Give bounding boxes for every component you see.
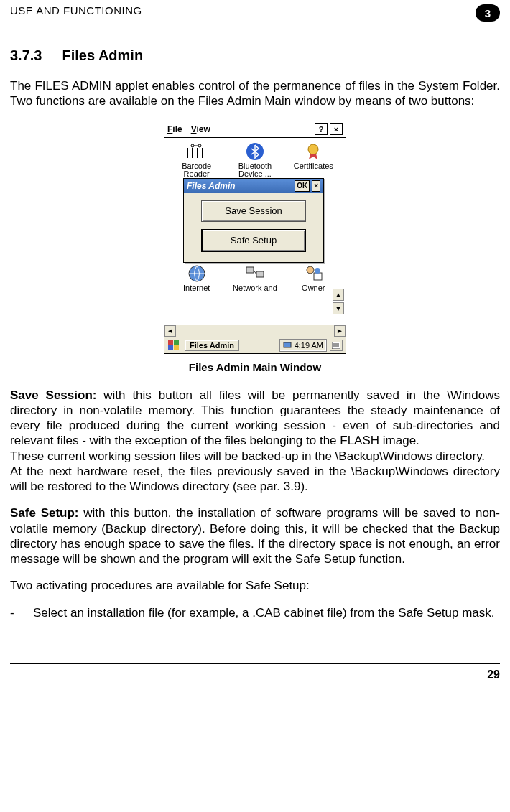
cp-bluetooth[interactable]: Bluetooth Device ... — [230, 141, 280, 179]
svg-rect-6 — [202, 148, 203, 158]
dialog-title-text: Files Admin — [187, 181, 236, 191]
tray-icon — [283, 340, 292, 350]
svg-point-20 — [315, 268, 320, 274]
icon-row-1: Barcode Reader Bluetooth Device ... Cert… — [167, 141, 343, 179]
save-session-paragraph: Save Session: with this button all files… — [10, 388, 500, 449]
save-session-text2: These current working session files will… — [10, 449, 500, 464]
svg-rect-22 — [174, 340, 179, 345]
section-number-badge: 3 — [476, 4, 500, 22]
help-button[interactable]: ? — [315, 123, 328, 135]
safe-setup-button[interactable]: Safe Setup — [201, 229, 306, 252]
scroll-down-icon[interactable]: ▼ — [333, 302, 344, 314]
svg-line-17 — [254, 270, 256, 274]
list-dash: - — [10, 605, 33, 620]
owner-icon — [302, 263, 325, 284]
svg-point-8 — [198, 144, 201, 147]
svg-rect-5 — [200, 148, 200, 158]
horizontal-scrollbar[interactable]: ◄ ► — [164, 325, 346, 337]
cp-network[interactable]: Network and — [230, 263, 280, 293]
start-button[interactable] — [167, 340, 180, 351]
clock-text: 4:19 AM — [295, 341, 323, 350]
safe-setup-label: Safe Setup: — [10, 506, 79, 520]
taskbar-task[interactable]: Files Admin — [185, 340, 239, 351]
icon-row-4: Internet Network and Owner — [167, 263, 343, 293]
svg-rect-23 — [168, 345, 173, 350]
page-header: USE AND FUNCTIONING 3 — [10, 0, 500, 22]
page-number: 29 — [10, 664, 500, 689]
list-text: Select an installation file (for example… — [33, 605, 495, 620]
menu-view[interactable]: View — [191, 124, 210, 134]
network-icon — [244, 263, 266, 284]
files-admin-dialog: Files Admin OK × Save Session Safe Setup — [183, 178, 324, 263]
svg-point-7 — [191, 144, 194, 147]
figure-caption: Files Admin Main Window — [10, 361, 500, 373]
cp-label: Barcode Reader — [172, 162, 222, 179]
cp-label: Certificates — [294, 162, 333, 171]
svg-rect-1 — [190, 148, 190, 158]
cp-internet[interactable]: Internet — [172, 263, 222, 293]
running-title: USE AND FUNCTIONING — [10, 4, 142, 17]
document-page: USE AND FUNCTIONING 3 3.7.3Files Admin T… — [0, 0, 510, 689]
dialog-ok-button[interactable]: OK — [295, 180, 310, 192]
vertical-scrollbar[interactable]: ▲ ▼ — [333, 289, 344, 316]
svg-rect-3 — [195, 148, 195, 158]
taskbar: Files Admin 4:19 AM — [164, 337, 346, 353]
section-number: 3.7.3 — [10, 47, 42, 63]
svg-rect-24 — [174, 345, 179, 350]
globe-icon — [185, 263, 208, 284]
svg-rect-19 — [314, 273, 322, 280]
menu-file[interactable]: File — [167, 124, 182, 134]
safe-setup-paragraph: Safe Setup: with this button, the instal… — [10, 505, 500, 566]
procedures-intro: Two activating procedures are available … — [10, 578, 500, 593]
sip-button[interactable] — [330, 340, 343, 351]
menubar: File View ? × — [164, 121, 346, 138]
system-tray[interactable]: 4:19 AM — [279, 339, 327, 352]
scroll-left-icon[interactable]: ◄ — [164, 325, 176, 337]
dialog-body: Save Session Safe Setup — [184, 193, 323, 262]
svg-rect-2 — [192, 148, 193, 158]
barcode-icon — [185, 141, 208, 162]
cp-owner[interactable]: Owner — [288, 263, 338, 293]
list-item-1: - Select an installation file (for examp… — [10, 605, 500, 620]
certificate-icon — [302, 141, 325, 162]
svg-rect-16 — [256, 271, 264, 277]
scroll-right-icon[interactable]: ► — [334, 325, 346, 337]
cp-label: Internet — [183, 284, 210, 293]
svg-rect-4 — [197, 148, 198, 158]
cp-barcode-reader[interactable]: Barcode Reader — [172, 141, 222, 179]
figure-container: File View ? × Barcode Reader — [10, 121, 500, 354]
cp-label: Owner — [302, 284, 325, 293]
dialog-titlebar: Files Admin OK × — [184, 179, 323, 193]
section-heading: 3.7.3Files Admin — [10, 47, 500, 64]
close-button[interactable]: × — [330, 123, 343, 135]
save-session-label: Save Session: — [10, 388, 96, 402]
svg-rect-25 — [284, 342, 291, 347]
cp-label: Network and — [233, 284, 277, 293]
save-session-text3: At the next hardware reset, the files pr… — [10, 464, 500, 495]
dialog-close-button[interactable]: × — [312, 180, 320, 192]
svg-rect-21 — [168, 340, 173, 345]
safe-setup-text1: with this button, the installation of so… — [10, 506, 500, 566]
control-panel-grid: Barcode Reader Bluetooth Device ... Cert… — [164, 138, 346, 325]
section-title: Files Admin — [62, 47, 143, 63]
svg-rect-0 — [187, 148, 188, 158]
cp-label: Bluetooth Device ... — [230, 162, 280, 179]
svg-point-11 — [308, 144, 318, 154]
cp-certificates[interactable]: Certificates — [288, 141, 338, 179]
bluetooth-icon — [244, 141, 266, 162]
svg-rect-15 — [246, 267, 254, 273]
save-session-button[interactable]: Save Session — [201, 200, 306, 222]
intro-paragraph: The FILES ADMIN applet enables control o… — [10, 78, 500, 109]
screenshot-figure: File View ? × Barcode Reader — [164, 121, 346, 354]
scroll-up-icon[interactable]: ▲ — [333, 289, 344, 301]
svg-point-18 — [307, 266, 314, 274]
